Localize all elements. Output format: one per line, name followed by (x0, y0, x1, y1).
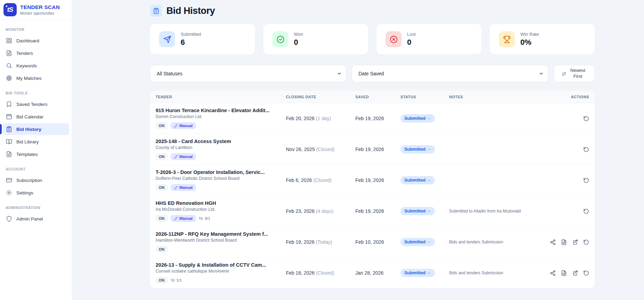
chevron-down-icon (427, 271, 431, 275)
tender-cell: T-2026-3 - Door Operator Installation, S… (156, 169, 286, 191)
clipboard-icon (150, 5, 162, 17)
notes-text: Bids and tenders Submission (449, 240, 530, 244)
tender-title[interactable]: 2026-13 - Supply & Installation of CCTV … (156, 262, 286, 268)
sidebar-item-bid-history[interactable]: Bid History (3, 123, 69, 135)
saved-date: Feb 19, 2026 (355, 116, 401, 121)
sidebar-item-keywords[interactable]: Keywords (3, 60, 69, 72)
share-icon[interactable] (550, 239, 556, 245)
saved-date: Jan 28, 2026 (355, 270, 401, 276)
sidebar-item-label: My Matches (16, 76, 42, 81)
province-badge: ON (156, 277, 168, 284)
document-icon (6, 151, 12, 157)
status-dropdown[interactable]: Submitted (401, 176, 435, 184)
sidebar-item-label: Tenders (16, 51, 33, 56)
pencil-icon (174, 217, 178, 220)
closing-date-note: (Closed) (316, 147, 335, 152)
nav-section-monitor: MONITORDashboardTendersKeywordsMy Matche… (0, 23, 72, 84)
status-cell: Submitted (401, 207, 449, 215)
table-body: 915 Huron Terrace Kincardine - Elevator … (150, 103, 595, 288)
row-actions (530, 239, 589, 245)
tender-title[interactable]: 2026-112NP - RFQ Key Management System f… (156, 231, 286, 237)
closing-date: Feb 20, 2026 (1 day) (286, 116, 355, 121)
nav-section-bid-tools: BID TOOLSSaved TendersBid CalendarBid Hi… (0, 86, 72, 160)
date-filter-select[interactable]: Date Saved (352, 65, 548, 82)
sidebar-item-label: Keywords (16, 63, 37, 68)
status-cell: Submitted (401, 145, 449, 153)
rotate-ccw-icon[interactable] (583, 270, 589, 276)
external-link-icon[interactable] (572, 239, 578, 245)
clipboard-icon (6, 126, 12, 132)
tender-title[interactable]: HHS ED Renovation HGH (156, 200, 286, 206)
col-header-closing-date: CLOSING DATE (286, 95, 355, 99)
checklist-badge: 0/1 (199, 216, 210, 221)
tender-badges: ONManual (156, 153, 286, 160)
tender-organization: Hamilton-Wentworth District School Board (156, 238, 286, 243)
rotate-ccw-icon[interactable] (583, 208, 589, 214)
sidebar-item-bid-calendar[interactable]: Bid Calendar (3, 111, 69, 123)
chevron-down-icon (427, 209, 431, 213)
tender-organization: Domm Construction Ltd. (156, 114, 286, 119)
status-dropdown[interactable]: Submitted (401, 207, 435, 215)
closing-date: Feb 18, 2026 (Closed) (286, 270, 355, 276)
checklist-icon (171, 278, 175, 283)
check-circle-icon (272, 31, 288, 47)
sidebar-item-saved-tenders[interactable]: Saved Tenders (3, 98, 69, 110)
sidebar-item-label: Saved Tenders (16, 102, 48, 107)
status-cell: Submitted (401, 238, 449, 246)
table-row: 2026-112NP - RFQ Key Management System f… (150, 227, 595, 258)
status-dropdown[interactable]: Submitted (401, 145, 435, 153)
sidebar-item-label: Admin Panel (16, 216, 43, 222)
credit-card-icon (6, 177, 12, 183)
stat-value: 0 (294, 38, 303, 47)
sort-order-label: Newest First (569, 68, 587, 80)
rotate-ccw-icon[interactable] (583, 239, 589, 245)
status-dropdown[interactable]: Submitted (401, 269, 435, 277)
bid-history-table: TENDER CLOSING DATE SAVED STATUS NOTES A… (150, 91, 595, 288)
closing-date-note: (Closed) (313, 177, 332, 183)
tender-badges: ONManual (156, 184, 286, 191)
file-text-icon[interactable] (561, 270, 567, 276)
pencil-icon (174, 124, 178, 128)
status-dropdown[interactable]: Submitted (401, 238, 435, 246)
sidebar-item-dashboard[interactable]: Dashboard (3, 35, 69, 47)
sidebar-item-admin-panel[interactable]: Admin Panel (3, 213, 69, 225)
table-header-row: TENDER CLOSING DATE SAVED STATUS NOTES A… (150, 91, 595, 103)
closing-date: Nov 26, 2025 (Closed) (286, 147, 355, 152)
tender-title[interactable]: T-2026-3 - Door Operator Installation, S… (156, 169, 286, 175)
status-dropdown[interactable]: Submitted (401, 114, 435, 123)
external-link-icon[interactable] (572, 270, 578, 276)
province-badge: ON (156, 246, 168, 253)
share-icon[interactable] (550, 270, 556, 276)
notes-text: Bids and tenders Submission (449, 270, 530, 275)
tender-title[interactable]: 915 Huron Terrace Kincardine - Elevator … (156, 108, 286, 113)
table-row: 915 Huron Terrace Kincardine - Elevator … (150, 103, 595, 134)
file-text-icon[interactable] (561, 239, 567, 245)
rotate-ccw-icon[interactable] (583, 116, 589, 122)
col-header-tender: TENDER (156, 95, 286, 99)
rotate-ccw-icon[interactable] (583, 147, 589, 152)
notes-text: Submitted to Alladin from Ira Mcdonald (449, 209, 530, 214)
tender-organization: Ira McDonald Construction Ltd. (156, 207, 286, 212)
status-filter-select[interactable]: All Statuses (150, 65, 346, 82)
col-header-notes: NOTES (449, 95, 530, 99)
tender-title[interactable]: 2025-148 - Card Access System (156, 139, 286, 144)
tender-badges: ON (156, 246, 286, 253)
document-icon (6, 50, 12, 56)
sort-order-button[interactable]: Newest First (554, 65, 595, 82)
sidebar-item-label: Templates (16, 152, 38, 157)
sidebar-item-tenders[interactable]: Tenders (3, 47, 69, 59)
status-cell: Submitted (401, 269, 449, 277)
stat-label: Win Rate (520, 32, 539, 37)
sidebar-item-subscription[interactable]: Subscription (3, 174, 69, 186)
sidebar-item-templates[interactable]: Templates (3, 148, 69, 160)
sidebar-item-label: Bid Library (16, 139, 39, 144)
rotate-ccw-icon[interactable] (583, 177, 589, 183)
manual-badge: Manual (171, 215, 196, 222)
sidebar-item-settings[interactable]: Settings (3, 187, 69, 199)
nav-section-administration: ADMINISTRATIONAdmin Panel (0, 201, 72, 225)
book-icon (6, 139, 12, 145)
nav-section-label: ACCOUNT (0, 162, 72, 174)
sidebar-item-my-matches[interactable]: My Matches (3, 72, 69, 84)
saved-date: Feb 10, 2026 (355, 239, 401, 245)
sidebar-item-bid-library[interactable]: Bid Library (3, 136, 69, 148)
